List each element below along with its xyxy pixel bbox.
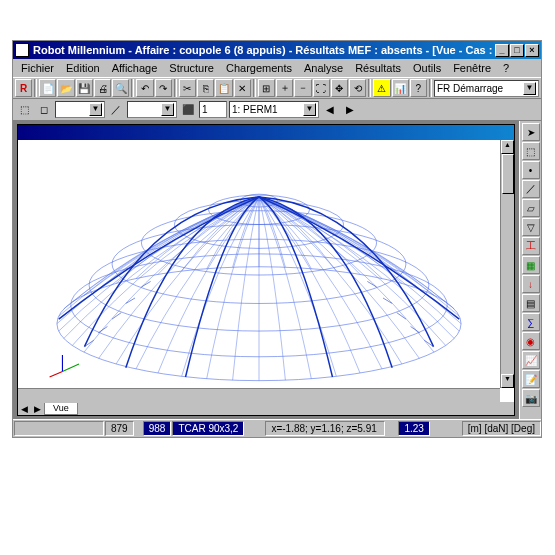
- menu-help[interactable]: ?: [497, 60, 515, 76]
- zoom-out-icon[interactable]: －: [294, 79, 311, 97]
- copy-icon[interactable]: ⎘: [197, 79, 214, 97]
- menu-fichier[interactable]: Fichier: [15, 60, 60, 76]
- svg-line-10: [50, 371, 63, 377]
- note-icon[interactable]: 📝: [522, 370, 540, 388]
- node-select-combo[interactable]: ▼: [55, 101, 105, 118]
- pan-icon[interactable]: ✥: [331, 79, 348, 97]
- app-icon: [15, 43, 29, 57]
- status-message: [14, 421, 104, 436]
- status-val1: 988: [143, 421, 172, 436]
- chevron-down-icon: ▼: [523, 82, 536, 95]
- case-number-value: 1: [202, 104, 208, 115]
- selection-toolbar: ⬚ ◻ ▼ ／ ▼ ⬛ 1 1: PERM1 ▼ ◀ ▶: [13, 99, 541, 121]
- titlebar: Robot Millennium - Affaire : coupole 6 (…: [13, 41, 541, 59]
- horizontal-scrollbar[interactable]: [18, 388, 500, 402]
- layout-combo[interactable]: FR Démarrage ▼: [434, 80, 539, 97]
- svg-line-8: [62, 364, 79, 371]
- paste-icon[interactable]: 📋: [215, 79, 232, 97]
- open-icon[interactable]: 📂: [57, 79, 74, 97]
- support-icon[interactable]: ▽: [522, 218, 540, 236]
- menu-resultats[interactable]: Résultats: [349, 60, 407, 76]
- screenshot-icon[interactable]: 📷: [522, 389, 540, 407]
- results-icon[interactable]: ◉: [522, 332, 540, 350]
- rotate-icon[interactable]: ⟲: [349, 79, 366, 97]
- menubar: Fichier Edition Affichage Structure Char…: [13, 59, 541, 77]
- viewport-3d[interactable]: [18, 140, 500, 388]
- layout-combo-value: FR Démarrage: [437, 83, 503, 94]
- undo-icon[interactable]: ↶: [136, 79, 153, 97]
- vertical-scrollbar[interactable]: ▲ ▼: [500, 140, 514, 388]
- tab-vue[interactable]: Vue: [44, 403, 78, 415]
- window-title: Robot Millennium - Affaire : coupole 6 (…: [33, 44, 495, 56]
- menu-fenetre[interactable]: Fenêtre: [447, 60, 497, 76]
- main-toolbar: R 📄 📂 💾 🖨 🔍 ↶ ↷ ✂ ⎘ 📋 ✕ ⊞ ＋ － ⛶ ✥ ⟲ ⚠ 📊 …: [13, 77, 541, 99]
- view-window-title: [18, 125, 514, 140]
- app-window: Robot Millennium - Affaire : coupole 6 (…: [12, 40, 542, 438]
- case-icon[interactable]: ⬛: [179, 101, 197, 119]
- scroll-thumb[interactable]: [502, 154, 514, 194]
- menu-outils[interactable]: Outils: [407, 60, 447, 76]
- status-section: TCAR 90x3,2: [172, 421, 244, 436]
- logo-icon[interactable]: R: [15, 79, 32, 97]
- menu-chargements[interactable]: Chargements: [220, 60, 298, 76]
- status-coords: x=-1.88; y=1.16; z=5.91: [265, 421, 385, 436]
- bars-icon[interactable]: ／: [107, 101, 125, 119]
- cut-icon[interactable]: ✂: [179, 79, 196, 97]
- preview-icon[interactable]: 🔍: [112, 79, 129, 97]
- view-window: ▲ ▼ ◀▶ Vue: [17, 124, 515, 416]
- statusbar: 879 988 TCAR 90x3,2 x=-1.88; y=1.16; z=5…: [13, 419, 541, 437]
- calc-run-icon[interactable]: ∑: [522, 313, 540, 331]
- calc-icon[interactable]: 📊: [392, 79, 409, 97]
- redo-icon[interactable]: ↷: [155, 79, 172, 97]
- chevron-down-icon: ▼: [303, 103, 316, 116]
- minimize-button[interactable]: _: [495, 44, 509, 57]
- warning-icon[interactable]: ⚠: [373, 79, 390, 97]
- workspace: ▲ ▼ ◀▶ Vue: [13, 121, 519, 419]
- case-number-field[interactable]: 1: [199, 101, 227, 118]
- status-val2: 1.23: [398, 421, 429, 436]
- zoom-fit-icon[interactable]: ⛶: [313, 79, 330, 97]
- new-icon[interactable]: 📄: [39, 79, 56, 97]
- diagram-icon[interactable]: 📈: [522, 351, 540, 369]
- delete-icon[interactable]: ✕: [234, 79, 251, 97]
- bar-icon[interactable]: ／: [522, 180, 540, 198]
- pointer-icon[interactable]: ➤: [522, 123, 540, 141]
- material-icon[interactable]: ▦: [522, 256, 540, 274]
- section-icon[interactable]: 工: [522, 237, 540, 255]
- case-combo[interactable]: 1: PERM1 ▼: [229, 101, 319, 118]
- mesh-icon[interactable]: ▤: [522, 294, 540, 312]
- select-none-icon[interactable]: ◻: [35, 101, 53, 119]
- help-icon[interactable]: ?: [410, 79, 427, 97]
- node-icon[interactable]: •: [522, 161, 540, 179]
- right-toolbar: ➤ ⬚ • ／ ▱ ▽ 工 ▦ ↓ ▤ ∑ ◉ 📈 📝 📷: [519, 121, 541, 419]
- case-prev-icon[interactable]: ◀: [321, 101, 339, 119]
- load-icon[interactable]: ↓: [522, 275, 540, 293]
- select-icon[interactable]: ⬚: [522, 142, 540, 160]
- print-icon[interactable]: 🖨: [94, 79, 111, 97]
- dome-structure: [18, 140, 500, 388]
- menu-edition[interactable]: Edition: [60, 60, 106, 76]
- zoom-in-icon[interactable]: ＋: [276, 79, 293, 97]
- case-next-icon[interactable]: ▶: [341, 101, 359, 119]
- close-button[interactable]: ×: [525, 44, 539, 57]
- scroll-up-icon[interactable]: ▲: [501, 140, 514, 154]
- panel-icon[interactable]: ▱: [522, 199, 540, 217]
- maximize-button[interactable]: □: [510, 44, 524, 57]
- case-combo-value: 1: PERM1: [232, 104, 278, 115]
- select-all-icon[interactable]: ⬚: [15, 101, 33, 119]
- menu-analyse[interactable]: Analyse: [298, 60, 349, 76]
- view-tabs: ◀▶ Vue: [18, 402, 514, 415]
- scroll-down-icon[interactable]: ▼: [501, 374, 514, 388]
- zoom-window-icon[interactable]: ⊞: [258, 79, 275, 97]
- save-icon[interactable]: 💾: [76, 79, 93, 97]
- status-count: 879: [105, 421, 134, 436]
- menu-structure[interactable]: Structure: [163, 60, 220, 76]
- bar-select-combo[interactable]: ▼: [127, 101, 177, 118]
- status-units: [m] [daN] [Deg]: [462, 421, 541, 436]
- menu-affichage[interactable]: Affichage: [106, 60, 164, 76]
